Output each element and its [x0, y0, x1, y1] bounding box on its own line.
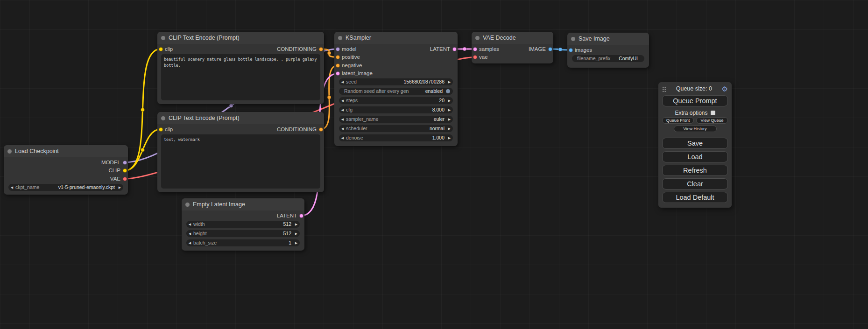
- increment-arrow-icon[interactable]: ▶: [446, 78, 453, 85]
- input-port-images[interactable]: [569, 48, 573, 52]
- widget-sampler_name[interactable]: ◀sampler_nameeuler▶: [339, 116, 453, 123]
- decrement-arrow-icon[interactable]: ◀: [186, 221, 193, 228]
- widget-cfg[interactable]: ◀cfg8.000▶: [339, 106, 453, 113]
- input-port-clip[interactable]: [159, 127, 163, 132]
- collapse-dot-icon[interactable]: [161, 116, 165, 120]
- widget-ckpt_name[interactable]: ◀ckpt_namev1-5-pruned-emaonly.ckpt▶: [8, 184, 123, 191]
- increment-arrow-icon[interactable]: ▶: [116, 184, 123, 191]
- output-port-IMAGE[interactable]: [548, 47, 552, 51]
- output-port-label: LATENT: [430, 46, 450, 53]
- collapse-dot-icon[interactable]: [7, 149, 12, 154]
- settings-gear-icon[interactable]: ⚙: [722, 85, 728, 92]
- view-history-button[interactable]: View History: [674, 126, 717, 132]
- widget-scheduler[interactable]: ◀schedulernormal▶: [339, 125, 453, 132]
- node-clip-text-encode-negative[interactable]: CLIP Text Encode (Prompt)clipCONDITIONIN…: [157, 112, 324, 192]
- input-port-label: model: [342, 46, 356, 53]
- widget-label: ckpt_name: [15, 184, 39, 191]
- prompt-textarea[interactable]: text, watermark: [161, 134, 320, 189]
- queue-front-button[interactable]: Queue Front: [662, 117, 694, 124]
- increment-arrow-icon[interactable]: ▶: [446, 134, 453, 141]
- node-title-bar[interactable]: KSampler: [334, 32, 458, 44]
- queue-size-label: Queue size: 0: [666, 85, 722, 92]
- widget-seed[interactable]: ◀seed156680208700286▶: [339, 78, 453, 85]
- node-load-checkpoint[interactable]: Load CheckpointMODELCLIPVAE◀ckpt_namev1-…: [4, 145, 128, 195]
- node-title-bar[interactable]: Load Checkpoint: [4, 145, 128, 157]
- load-default-button[interactable]: Load Default: [662, 192, 728, 203]
- decrement-arrow-icon[interactable]: ◀: [8, 184, 15, 191]
- increment-arrow-icon[interactable]: ▶: [446, 106, 453, 113]
- widget-value: 512: [205, 221, 291, 228]
- widget-label: sampler_name: [346, 116, 378, 123]
- collapse-dot-icon[interactable]: [338, 36, 342, 40]
- node-title-bar[interactable]: CLIP Text Encode (Prompt): [157, 112, 324, 124]
- increment-arrow-icon[interactable]: ▶: [446, 125, 453, 132]
- increment-arrow-icon[interactable]: ▶: [293, 239, 300, 246]
- output-port-CLIP[interactable]: [123, 168, 127, 173]
- decrement-arrow-icon[interactable]: ◀: [339, 106, 346, 113]
- output-port-LATENT[interactable]: [299, 214, 303, 218]
- node-ksampler[interactable]: KSamplermodelpositivenegativelatent_imag…: [334, 32, 458, 146]
- queue-prompt-button[interactable]: Queue Prompt: [662, 95, 728, 106]
- extra-options-label: Extra options: [675, 110, 707, 116]
- decrement-arrow-icon[interactable]: ◀: [186, 239, 193, 246]
- link-midpoint-dot: [327, 51, 331, 55]
- collapse-dot-icon[interactable]: [185, 203, 190, 207]
- output-port-CONDITIONING[interactable]: [319, 127, 323, 132]
- widget-Random seed after every gen[interactable]: Random seed after every genenabled: [339, 88, 453, 95]
- node-empty-latent-image[interactable]: Empty Latent ImageLATENT◀width512▶◀heigh…: [182, 198, 304, 251]
- collapse-dot-icon[interactable]: [475, 36, 480, 40]
- comfy-menu[interactable]: Queue size: 0 ⚙ Queue Prompt Extra optio…: [658, 82, 732, 208]
- load-button[interactable]: Load: [662, 151, 728, 162]
- output-port-label: LATENT: [277, 212, 297, 219]
- collapse-dot-icon[interactable]: [161, 36, 165, 40]
- widget-height[interactable]: ◀height512▶: [186, 230, 300, 237]
- widget-batch_size[interactable]: ◀batch_size1▶: [186, 239, 300, 246]
- input-port-negative[interactable]: [336, 63, 340, 68]
- increment-arrow-icon[interactable]: ▶: [446, 97, 453, 104]
- widget-denoise[interactable]: ◀denoise1.000▶: [339, 134, 453, 141]
- input-port-positive[interactable]: [336, 55, 340, 59]
- widget-width[interactable]: ◀width512▶: [186, 221, 300, 228]
- node-title-bar[interactable]: VAE Decode: [472, 32, 553, 44]
- save-button[interactable]: Save: [662, 138, 728, 149]
- extra-options-checkbox[interactable]: [711, 111, 715, 115]
- node-vae-decode[interactable]: VAE DecodesamplesvaeIMAGE: [472, 32, 553, 63]
- input-port-latent_image[interactable]: [336, 71, 340, 76]
- node-title-bar[interactable]: Empty Latent Image: [182, 198, 304, 210]
- widget-value: 512: [207, 230, 291, 237]
- increment-arrow-icon[interactable]: ▶: [293, 221, 300, 228]
- input-port-label: clip: [165, 126, 173, 133]
- decrement-arrow-icon[interactable]: ◀: [339, 134, 346, 141]
- toggle-indicator-icon: [446, 89, 450, 93]
- node-title-bar[interactable]: CLIP Text Encode (Prompt): [157, 32, 324, 44]
- input-port-vae[interactable]: [473, 55, 477, 59]
- node-save-image[interactable]: Save Imageimagesfilename_prefixComfyUI: [567, 33, 649, 68]
- output-port-MODEL[interactable]: [123, 161, 127, 165]
- input-port-samples[interactable]: [473, 47, 477, 51]
- clear-button[interactable]: Clear: [662, 178, 728, 189]
- decrement-arrow-icon[interactable]: ◀: [339, 97, 346, 104]
- node-title-bar[interactable]: Save Image: [567, 33, 649, 45]
- widget-label: steps: [346, 97, 358, 104]
- decrement-arrow-icon[interactable]: ◀: [186, 230, 193, 237]
- refresh-button[interactable]: Refresh: [662, 165, 728, 176]
- increment-arrow-icon[interactable]: ▶: [293, 230, 300, 237]
- drag-handle-icon[interactable]: [662, 86, 666, 92]
- decrement-arrow-icon[interactable]: ◀: [339, 116, 346, 123]
- input-port-model[interactable]: [336, 47, 340, 51]
- input-port-clip[interactable]: [159, 47, 163, 51]
- node-clip-text-encode-positive[interactable]: CLIP Text Encode (Prompt)clipCONDITIONIN…: [157, 32, 324, 104]
- widget-filename_prefix[interactable]: filename_prefixComfyUI: [572, 55, 644, 62]
- output-port-LATENT[interactable]: [452, 47, 457, 51]
- increment-arrow-icon[interactable]: ▶: [446, 116, 453, 123]
- decrement-arrow-icon[interactable]: ◀: [339, 78, 346, 85]
- prompt-textarea[interactable]: beautiful scenery nature glass bottle la…: [161, 54, 320, 101]
- link-midpoint-dot: [229, 104, 233, 108]
- output-port-CONDITIONING[interactable]: [319, 47, 323, 51]
- decrement-arrow-icon[interactable]: ◀: [339, 125, 346, 132]
- collapse-dot-icon[interactable]: [571, 37, 575, 41]
- widget-steps[interactable]: ◀steps20▶: [339, 97, 453, 104]
- view-queue-button[interactable]: View Queue: [696, 117, 728, 124]
- graph-canvas[interactable]: Load CheckpointMODELCLIPVAE◀ckpt_namev1-…: [0, 0, 868, 329]
- output-port-VAE[interactable]: [123, 177, 127, 181]
